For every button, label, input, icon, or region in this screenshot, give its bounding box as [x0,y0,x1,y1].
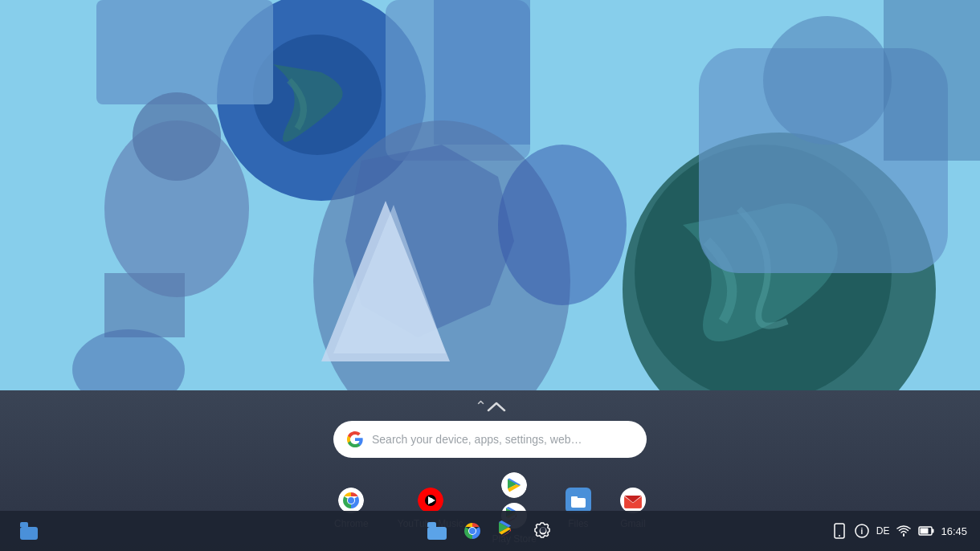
svg-rect-29 [571,496,578,500]
svg-text:i: i [860,527,863,536]
tray-wifi-icon [896,523,912,539]
svg-point-36 [541,528,546,533]
tray-phone-icon [831,523,847,539]
taskbar-files-button[interactable] [13,515,45,547]
taskbar: i DE [0,511,980,551]
system-tray[interactable]: i DE [831,523,967,539]
wallpaper [0,0,980,390]
search-placeholder: Search your device, apps, settings, web… [372,433,634,446]
tray-clock: 16:45 [941,525,967,537]
taskbar-settings-icon[interactable] [527,515,559,547]
svg-rect-42 [932,529,934,533]
svg-rect-17 [104,273,185,337]
tray-locale: DE [876,525,890,537]
files-icon [566,488,591,513]
svg-point-16 [498,145,627,305]
taskbar-chrome-icon[interactable] [456,515,488,547]
youtube-music-icon [418,488,443,513]
svg-point-38 [839,535,840,537]
play-store-icon [501,472,527,498]
svg-point-14 [763,16,892,145]
svg-rect-15 [884,0,980,161]
svg-point-22 [348,497,354,504]
tray-info-icon: i [854,523,870,539]
chevron-up-button[interactable] [474,398,506,414]
taskbar-center [421,515,559,547]
svg-point-7 [133,92,221,181]
search-bar[interactable]: Search your device, apps, settings, web… [333,421,647,458]
gmail-icon [620,488,646,513]
chrome-icon [338,488,364,513]
taskbar-right: i DE [831,523,967,539]
tray-battery-icon [918,523,934,539]
svg-rect-3 [96,0,273,104]
taskbar-play-icon[interactable] [492,515,524,547]
svg-rect-43 [921,529,929,534]
taskbar-files-icon[interactable] [421,515,453,547]
svg-point-35 [469,528,476,534]
taskbar-left [13,515,45,547]
google-g-icon [346,431,364,448]
